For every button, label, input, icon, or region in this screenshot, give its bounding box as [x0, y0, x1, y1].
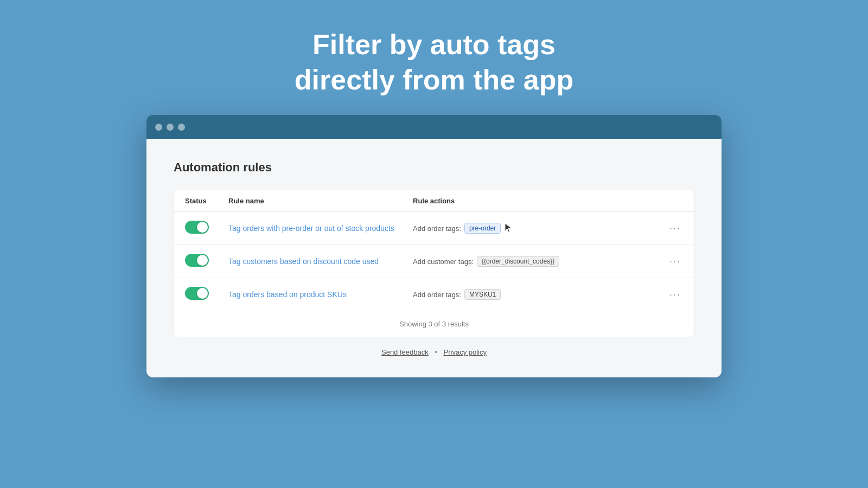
table-row: Tag customers based on discount code use…	[174, 245, 694, 278]
table-row: Tag orders based on product SKUs Add ord…	[174, 278, 694, 311]
privacy-policy-link[interactable]: Privacy policy	[444, 348, 487, 356]
rule-actions-row3: Add order tags: MYSKU1	[413, 289, 650, 300]
hero-line1: Filter by auto tags	[295, 27, 573, 62]
cursor-icon	[504, 222, 514, 234]
showing-results: Showing 3 of 3 results	[174, 311, 694, 337]
footer-separator: •	[435, 348, 437, 356]
action-label-row2: Add customer tags:	[413, 258, 474, 266]
traffic-light-yellow	[167, 124, 174, 131]
toggle-row1[interactable]	[185, 221, 228, 236]
footer-links: Send feedback • Privacy policy	[174, 348, 694, 356]
browser-titlebar	[146, 115, 722, 139]
hero-line2: directly from the app	[295, 62, 573, 98]
toggle-row3[interactable]	[185, 287, 228, 302]
browser-window: Automation rules Status Rule name Rule a…	[146, 115, 722, 377]
action-label-row1: Add order tags:	[413, 224, 461, 233]
col-header-more	[650, 197, 683, 205]
traffic-light-red	[155, 124, 162, 131]
traffic-light-green	[178, 124, 185, 131]
col-header-rulename: Rule name	[228, 197, 413, 205]
rule-actions-row1: Add order tags: pre-order	[413, 222, 650, 234]
more-options-row3[interactable]: ···	[650, 289, 683, 300]
table-row: Tag orders with pre-order or out of stoc…	[174, 212, 694, 245]
tag-badge-row2: {{order_discount_codes}}	[477, 256, 559, 267]
rule-actions-row2: Add customer tags: {{order_discount_code…	[413, 256, 650, 267]
tag-badge-row3: MYSKU1	[464, 289, 501, 300]
page-title: Automation rules	[174, 160, 694, 175]
action-label-row3: Add order tags:	[413, 291, 461, 299]
table-header: Status Rule name Rule actions	[174, 190, 694, 212]
tag-badge-row1: pre-order	[464, 223, 501, 234]
toggle-row2[interactable]	[185, 254, 228, 269]
col-header-actions: Rule actions	[413, 197, 650, 205]
rule-name-row2[interactable]: Tag customers based on discount code use…	[228, 256, 413, 266]
more-options-row1[interactable]: ···	[650, 223, 683, 234]
rule-name-row3[interactable]: Tag orders based on product SKUs	[228, 290, 413, 299]
rule-name-row1[interactable]: Tag orders with pre-order or out of stoc…	[228, 223, 413, 233]
col-header-status: Status	[185, 197, 228, 205]
send-feedback-link[interactable]: Send feedback	[381, 348, 429, 356]
more-options-row2[interactable]: ···	[650, 256, 683, 267]
browser-content: Automation rules Status Rule name Rule a…	[146, 139, 722, 377]
automation-rules-table: Status Rule name Rule actions Tag orders…	[174, 190, 694, 337]
hero-heading: Filter by auto tags directly from the ap…	[295, 27, 573, 98]
